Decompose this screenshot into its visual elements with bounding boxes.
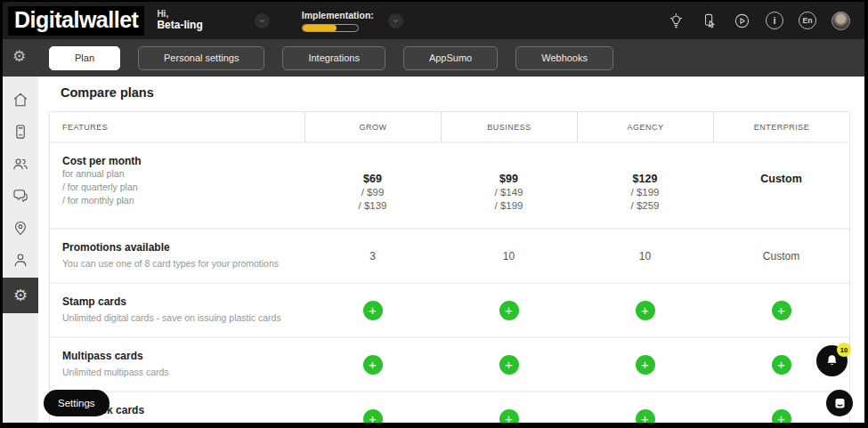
sidebar-item-locations[interactable] xyxy=(3,212,38,244)
column-header-grow: GROW xyxy=(304,112,441,141)
included-plus-icon: + xyxy=(772,409,791,428)
cashback-agency: + xyxy=(577,392,713,428)
price-annual: $99 xyxy=(499,173,518,186)
promotions-grow: 3 xyxy=(304,230,441,282)
lightbulb-icon[interactable] xyxy=(667,12,685,29)
tab-personal-settings[interactable]: Personal settings xyxy=(138,46,264,70)
settings-section-icon: ⚙ xyxy=(12,49,26,64)
greeting-username: Beta-ling xyxy=(157,20,202,32)
sidebar-item-chat[interactable] xyxy=(3,180,38,212)
mobile-demo-icon[interactable] xyxy=(700,12,718,29)
feature-cell: Cost per month for annual plan / for qua… xyxy=(50,143,304,228)
app-window: Digitalwallet Hi, Beta-ling Implementati… xyxy=(0,0,868,428)
feature-subtitle: Unlimited multipass cards xyxy=(62,366,304,378)
sidebar-item-customers[interactable] xyxy=(3,148,38,180)
progress-fill xyxy=(303,25,337,31)
play-icon[interactable] xyxy=(733,12,750,29)
included-plus-icon: + xyxy=(636,301,655,320)
card-terminal-icon xyxy=(12,123,29,141)
table-row-cost: Cost per month for annual plan / for qua… xyxy=(50,141,849,228)
included-plus-icon: + xyxy=(636,355,655,375)
price-quarterly: / $99 xyxy=(361,186,385,199)
value: 10 xyxy=(503,250,515,262)
tab-appsumo[interactable]: AppSumo xyxy=(403,46,498,70)
home-icon xyxy=(12,91,29,109)
feature-subtitle: Unlimited cashback cards with custom sav… xyxy=(62,420,304,428)
price-quarterly: / $149 xyxy=(495,186,523,199)
chevron-down-icon xyxy=(258,17,266,25)
column-header-features: FEATURES xyxy=(50,112,304,141)
feature-title: Multipass cards xyxy=(62,350,304,362)
tab-webhooks[interactable]: Webhooks xyxy=(515,46,613,70)
feature-subtitle: Unlimited digital cards - save on issuin… xyxy=(62,311,304,324)
sidebar: ⚙ xyxy=(3,77,38,423)
language-code: En xyxy=(803,16,813,25)
person-icon xyxy=(12,251,29,269)
multipass-agency: + xyxy=(577,338,713,391)
tab-integrations[interactable]: Integrations xyxy=(282,46,385,70)
feature-subtitle: You can use one of 8 card types for your… xyxy=(62,257,304,270)
feature-cell: Multipass cards Unlimited multipass card… xyxy=(50,338,304,391)
feature-title: Cost per month xyxy=(62,155,304,167)
price-monthly: / $139 xyxy=(359,199,387,213)
notifications-button[interactable]: 10 xyxy=(816,345,848,376)
table-row-multipass-cards: Multipass cards Unlimited multipass card… xyxy=(50,336,849,391)
cost-grow: $69 / $99 / $139 xyxy=(304,143,441,228)
settings-tooltip: Settings xyxy=(44,390,110,416)
stamp-grow: + xyxy=(304,284,441,336)
user-greeting[interactable]: Hi, Beta-ling xyxy=(157,9,202,31)
implementation-progress-bar xyxy=(302,24,359,32)
column-header-agency: AGENCY xyxy=(577,112,713,141)
included-plus-icon: + xyxy=(499,301,519,320)
notifications-badge: 10 xyxy=(837,343,851,357)
feature-title: Stamp cards xyxy=(62,295,304,308)
sidebar-item-home[interactable] xyxy=(3,84,38,116)
price-custom: Custom xyxy=(760,173,802,186)
value: 10 xyxy=(639,250,651,262)
implementation-chevron[interactable] xyxy=(388,13,403,28)
info-icon[interactable]: i xyxy=(766,12,783,29)
chevron-down-icon xyxy=(392,17,400,25)
column-header-enterprise: ENTERPRISE xyxy=(713,112,849,141)
multipass-grow: + xyxy=(304,338,441,391)
feature-line: / for quarterly plan xyxy=(62,181,304,194)
promotions-business: 10 xyxy=(441,230,577,282)
avatar[interactable] xyxy=(831,12,850,30)
column-header-business: BUSINESS xyxy=(441,112,577,141)
messenger-icon xyxy=(833,397,847,410)
location-pin-icon xyxy=(12,219,29,237)
settings-tab-bar: ⚙ Plan Personal settings Integrations Ap… xyxy=(3,39,864,77)
price-monthly: / $259 xyxy=(631,199,660,213)
feature-title: Promotions available xyxy=(62,241,304,254)
included-plus-icon: + xyxy=(772,301,791,320)
feature-line: for annual plan xyxy=(62,167,304,181)
chat-widget-button[interactable] xyxy=(826,390,853,416)
price-monthly: / $199 xyxy=(495,199,523,213)
included-plus-icon: + xyxy=(636,409,655,428)
top-bar: Digitalwallet Hi, Beta-ling Implementati… xyxy=(3,2,864,39)
included-plus-icon: + xyxy=(363,409,383,428)
user-menu-chevron[interactable] xyxy=(255,13,270,28)
price-quarterly: / $199 xyxy=(631,186,660,199)
cost-agency: $129 / $199 / $259 xyxy=(577,143,713,228)
table-row-stamp-cards: Stamp cards Unlimited digital cards - sa… xyxy=(50,282,849,336)
value: Custom xyxy=(763,250,799,262)
bell-icon xyxy=(824,353,840,368)
cashback-business: + xyxy=(441,392,577,428)
sidebar-item-cards[interactable] xyxy=(3,116,38,148)
price-annual: $69 xyxy=(363,173,382,186)
feature-cell: Promotions available You can use one of … xyxy=(50,230,304,282)
table-row-promotions: Promotions available You can use one of … xyxy=(50,228,849,282)
sidebar-item-settings[interactable]: ⚙ xyxy=(3,278,38,313)
cashback-grow: + xyxy=(304,392,441,428)
topbar-icon-group: i En xyxy=(667,12,850,30)
compare-plans-table: FEATURES GROW BUSINESS AGENCY ENTERPRISE… xyxy=(49,111,850,428)
info-glyph: i xyxy=(773,15,775,26)
language-icon[interactable]: En xyxy=(799,12,816,29)
stamp-business: + xyxy=(441,284,577,336)
table-header: FEATURES GROW BUSINESS AGENCY ENTERPRISE xyxy=(50,112,849,141)
app-logo: Digitalwallet xyxy=(8,6,144,36)
sidebar-item-managers[interactable] xyxy=(3,244,38,276)
cost-enterprise: Custom xyxy=(713,143,849,228)
tab-plan[interactable]: Plan xyxy=(49,46,120,70)
